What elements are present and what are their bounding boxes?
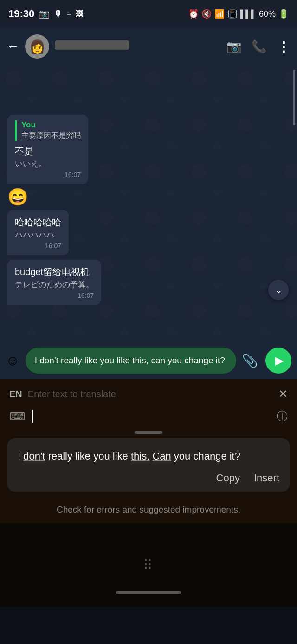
status-bar: 19:30 📷 🎙 ≈ 🖼 ⏰ 🔇 📶 📳 ▌▌▌ 60% 🔋 <box>0 0 297 28</box>
input-bar: ☺ I don't really like you like this, can… <box>0 342 297 379</box>
nav-actions: 📷 📞 ⋮ <box>226 39 291 55</box>
emoji-message: 😄 <box>7 189 290 205</box>
scroll-down-button[interactable]: ⌄ <box>268 280 289 300</box>
chat-area: You 主要原因不是穷吗 不是 いいえ。 16:07 😄 哈哈哈哈哈 ハハハハハ… <box>0 65 297 342</box>
translate-placeholder[interactable]: Enter text to translate <box>28 389 273 400</box>
image-icon: 🖼 <box>76 10 83 18</box>
message-bubble: You 主要原因不是穷吗 不是 いいえ。 16:07 <box>7 115 88 184</box>
translate-header: EN Enter text to translate ✕ <box>0 379 297 405</box>
result-actions: Copy Insert <box>18 472 279 484</box>
status-time-area: 19:30 📷 🎙 ≈ 🖼 <box>8 8 83 20</box>
attach-button[interactable]: 📎 <box>242 353 258 368</box>
call-icon: 📳 <box>227 9 238 19</box>
contact-info <box>55 40 221 53</box>
message-text: 不是 <box>15 145 81 158</box>
message-time: 16:07 <box>15 292 94 299</box>
info-icon[interactable]: ⓘ <box>277 409 288 424</box>
send-icon: ▶ <box>275 354 284 367</box>
drag-handle <box>135 431 162 434</box>
more-options-button[interactable]: ⋮ <box>277 39 291 55</box>
message-input[interactable]: I don't really like you like this, can y… <box>26 348 236 374</box>
bottom-area: ⠿ <box>0 523 297 607</box>
message-bubble: 哈哈哈哈哈 ハハハハハ 16:07 <box>7 210 69 255</box>
voice-call-button[interactable]: 📞 <box>252 39 266 54</box>
text-cursor <box>32 410 33 423</box>
status-time: 19:30 <box>8 8 34 20</box>
underline-this: this. <box>131 450 149 462</box>
close-translation-button[interactable]: ✕ <box>278 388 288 401</box>
copy-button[interactable]: Copy <box>216 472 240 484</box>
message-text: budget留给电视机 <box>15 265 94 278</box>
underline-dont: don't <box>23 450 45 462</box>
signal-bars-icon: ▌▌▌ <box>240 10 256 18</box>
contact-name <box>55 40 129 50</box>
quote-text: 主要原因不是穷吗 <box>21 131 81 141</box>
message-bubble: budget留给电视机 テレビのための予算。 16:07 <box>7 260 101 305</box>
result-card: I don't really like you like this. Can y… <box>7 438 290 492</box>
alarm-icon: ⏰ <box>188 9 199 19</box>
insert-button[interactable]: Insert <box>254 472 279 484</box>
translate-input-row: ⌨ ⓘ <box>0 405 297 427</box>
send-button[interactable]: ▶ <box>265 348 291 374</box>
battery-text: 60% <box>259 9 276 19</box>
message-translation: テレビのための予算。 <box>15 279 94 290</box>
message-input-text: I don't really like you like this, can y… <box>35 355 225 367</box>
mic-icon: 🎙 <box>54 9 62 19</box>
signal-icon: ≈ <box>67 10 71 18</box>
message-text: 哈哈哈哈哈 <box>15 216 61 229</box>
back-button[interactable]: ← <box>6 39 19 54</box>
emoji-button[interactable]: ☺ <box>6 353 20 368</box>
message-translation: いいえ。 <box>15 158 81 169</box>
nav-bar: ← 👩 📷 📞 ⋮ <box>0 28 297 65</box>
wifi-icon: 📶 <box>214 9 225 19</box>
underline-can: Can <box>152 450 171 462</box>
battery-icon: 🔋 <box>278 9 289 19</box>
check-errors-text: Check for errors and suggested improveme… <box>0 496 297 523</box>
quoted-message: You 主要原因不是穷吗 <box>15 120 81 141</box>
video-call-button[interactable]: 📷 <box>226 39 241 54</box>
translation-panel: EN Enter text to translate ✕ ⌨ ⓘ I don't… <box>0 379 297 523</box>
avatar: 👩 <box>25 34 49 59</box>
camera-icon: 📷 <box>39 9 49 19</box>
quote-sender: You <box>21 120 81 130</box>
home-indicator <box>116 591 181 594</box>
message-translation: ハハハハハ <box>15 230 61 240</box>
message-time: 16:07 <box>15 171 81 178</box>
status-right-icons: ⏰ 🔇 📶 📳 ▌▌▌ 60% 🔋 <box>188 9 289 19</box>
result-text: I don't really like you like this. Can y… <box>18 448 279 464</box>
message-time: 16:07 <box>15 242 61 250</box>
keyboard-dots-icon: ⠿ <box>143 558 155 573</box>
mute-icon: 🔇 <box>201 9 212 19</box>
keyboard-icon[interactable]: ⌨ <box>9 410 26 423</box>
language-badge: EN <box>9 389 22 400</box>
scrollbar[interactable] <box>293 70 295 125</box>
